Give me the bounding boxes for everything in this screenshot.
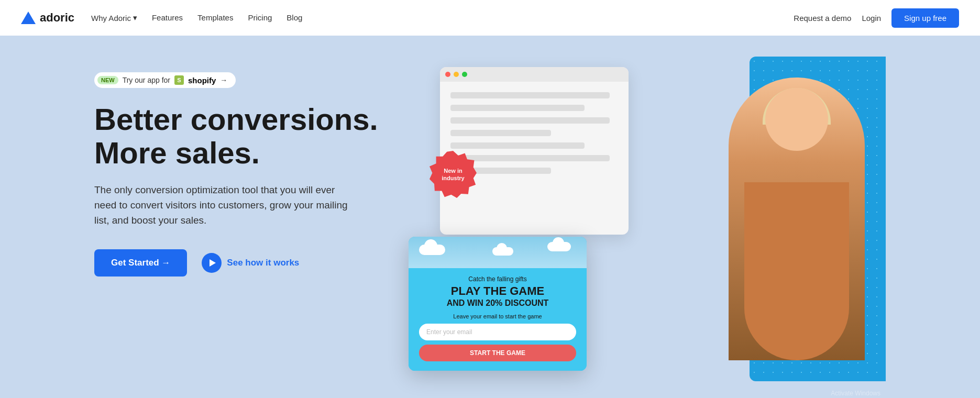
nav-item-templates[interactable]: Templates (197, 13, 233, 22)
new-tag: NEW (97, 76, 118, 84)
game-popup-card: × Catch the falling gifts PLAY THE GAME … (409, 237, 587, 371)
logo-text: adoric (40, 11, 74, 25)
logo-icon (21, 12, 36, 24)
browser-window-mockup (440, 67, 629, 235)
badge-line1: New in (444, 167, 462, 174)
maximize-dot (462, 72, 467, 77)
badge-line2: industry (442, 174, 464, 182)
content-line-2 (450, 105, 585, 111)
nav-item-pricing[interactable]: Pricing (248, 13, 272, 22)
nav-item-blog[interactable]: Blog (287, 13, 302, 22)
content-line-6 (450, 155, 610, 161)
cloud-2 (492, 247, 513, 256)
cloud-3 (547, 242, 571, 251)
hero-left: NEW Try our app for S shopify → Better c… (94, 57, 398, 277)
popup-discount: AND WIN 20% DISCOUNT (419, 298, 576, 308)
hero-right: New in industry × Catch the falling gift… (398, 57, 886, 398)
navbar: adoric Why Adoric ▾ Features Templates P… (0, 0, 980, 36)
chevron-down-icon: ▾ (133, 13, 137, 23)
see-how-label: See how it works (227, 258, 299, 268)
headline-line1: Better conversions. (94, 102, 378, 136)
window-titlebar (440, 67, 629, 82)
windows-watermark: Activate Windows (831, 390, 880, 397)
cta-group: Get Started → See how it works (94, 249, 398, 277)
hero-section: NEW Try our app for S shopify → Better c… (0, 36, 980, 398)
woman-torso (744, 182, 849, 360)
content-line-1 (450, 92, 610, 98)
shopify-icon: S (174, 75, 184, 85)
login-link[interactable]: Login (862, 14, 881, 23)
shopify-label: shopify (188, 76, 216, 85)
hero-headline: Better conversions. More sales. (94, 103, 398, 170)
nav-item-features[interactable]: Features (152, 13, 183, 22)
nav-item-why-adoric[interactable]: Why Adoric ▾ (91, 13, 137, 23)
popup-title: PLAY THE GAME (419, 285, 576, 297)
woman-body-shape (729, 78, 865, 360)
popup-body: Catch the falling gifts PLAY THE GAME AN… (409, 268, 587, 371)
popup-subtitle: Catch the falling gifts (419, 275, 576, 283)
close-dot (445, 72, 450, 77)
popup-email-placeholder: Enter your email (426, 328, 472, 336)
content-line-5 (450, 142, 585, 149)
cloud-1 (419, 245, 445, 255)
badge-arrow-icon: → (220, 76, 227, 84)
nav-right: Request a demo Login Sign up free (794, 8, 959, 28)
popup-email-input[interactable]: Enter your email (419, 324, 576, 340)
request-demo-link[interactable]: Request a demo (794, 14, 851, 23)
nav-links: Why Adoric ▾ Features Templates Pricing … (91, 13, 777, 23)
popup-start-button[interactable]: START THE GAME (419, 345, 576, 361)
signup-button[interactable]: Sign up free (891, 8, 959, 28)
content-line-4 (450, 130, 551, 136)
content-line-3 (450, 117, 610, 124)
hero-description: The only conversion optimization tool th… (94, 182, 356, 228)
woman-head (765, 88, 828, 151)
badge-text: Try our app for (123, 76, 170, 84)
logo[interactable]: adoric (21, 11, 74, 25)
minimize-dot (454, 72, 459, 77)
popup-sky (409, 237, 587, 268)
woman-figure (723, 57, 870, 360)
popup-email-label: Leave your email to start the game (419, 313, 576, 319)
headline-line2: More sales. (94, 136, 260, 170)
get-started-button[interactable]: Get Started → (94, 249, 187, 277)
play-icon (202, 253, 222, 273)
see-how-button[interactable]: See how it works (202, 253, 299, 273)
shopify-badge[interactable]: NEW Try our app for S shopify → (94, 72, 236, 88)
